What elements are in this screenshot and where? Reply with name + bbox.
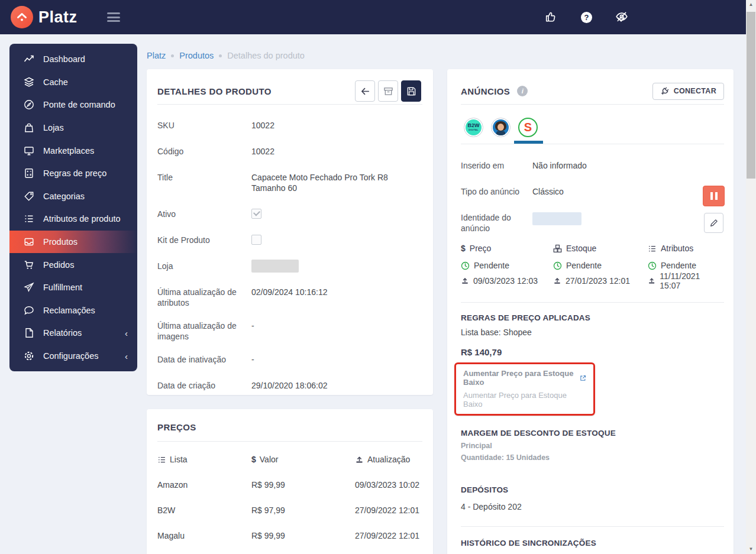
pause-button[interactable] [703, 186, 725, 206]
ativo-checkbox[interactable] [251, 209, 261, 219]
breadcrumb-produtos[interactable]: Produtos [179, 51, 214, 60]
breadcrumb-separator [219, 54, 222, 57]
codigo-value: 10022 [251, 146, 274, 157]
upload-icon [355, 455, 364, 464]
breadcrumb-current: Detalhes do produto [227, 51, 305, 60]
help-icon[interactable]: ? [581, 12, 592, 23]
list-icon [648, 244, 657, 253]
sidebar-item-fulfillment[interactable]: Fulfillment [9, 276, 137, 299]
price-update: 09/03/2023 10:02 [355, 480, 422, 490]
info-icon[interactable]: i [517, 86, 528, 96]
pencil-icon [709, 218, 719, 228]
identidade-redacted-value [532, 212, 581, 225]
arrow-left-icon [360, 86, 370, 96]
rule-link[interactable]: Aumentar Preço para Estoque Baixo [463, 369, 586, 387]
save-button[interactable] [401, 80, 421, 102]
sidebar-item-reclamacoes[interactable]: Reclamações [9, 299, 137, 322]
sku-value: 10022 [251, 120, 274, 131]
sidebar-item-cache[interactable]: Cache [9, 71, 137, 94]
page-scrollbar[interactable]: ▲ ▼ [746, 0, 756, 554]
comment-icon [24, 305, 34, 316]
boxes-icon [553, 244, 562, 253]
sidebar-item-configuracoes[interactable]: Configurações‹ [9, 345, 137, 368]
ativo-label: Ativo [157, 209, 251, 219]
sidebar-item-ponte-de-comando[interactable]: Ponte de comando [9, 93, 137, 116]
price-row: B2WR$ 97,9927/09/2022 12:01 [157, 506, 422, 515]
platz-logo-icon [11, 6, 33, 28]
menu-icon[interactable] [107, 12, 120, 22]
breadcrumb-home[interactable]: Platz [147, 51, 166, 60]
thumbs-up-icon[interactable] [545, 10, 558, 25]
sku-label: SKU [157, 120, 251, 131]
prices-table: Lista $Valor Atualização AmazonR$ 99,990… [147, 455, 433, 554]
plug-icon [660, 86, 670, 96]
sidebar-item-label: Reclamações [43, 306, 95, 315]
tab-b2w[interactable]: B2WDIGITAL [464, 118, 483, 137]
top-navbar: Platz ? [0, 0, 747, 34]
title-label: Title [157, 172, 251, 193]
inactivation-value: - [251, 354, 254, 365]
edit-identity-button[interactable] [704, 213, 723, 233]
sidebar-item-regras-de-preco[interactable]: Regras de preço [9, 162, 137, 185]
rule-annotation-box: Aumentar Preço para Estoque Baixo Aument… [454, 362, 595, 416]
layers-icon [24, 77, 34, 88]
conectar-button[interactable]: CONECTAR [652, 83, 724, 100]
prices-card-title: PREÇOS [157, 422, 196, 432]
status-preco: $Preço Pendente 09/03/2023 12:03 [461, 242, 553, 287]
compass-icon [24, 99, 34, 110]
sidebar-item-label: Ponte de comando [43, 100, 115, 109]
column-header-atualizacao: Atualização [355, 455, 422, 464]
rule-sub: Aumentar Preço para Estoque Baixo [463, 391, 586, 409]
sidebar-item-label: Produtos [43, 237, 77, 247]
price-list: Amazon [157, 480, 251, 490]
sidebar-item-atributos-de-produto[interactable]: Atributos de produto [9, 208, 137, 231]
tipo-label: Tipo do anúncio [461, 186, 532, 197]
sidebar-item-marketplaces[interactable]: Marketplaces [9, 139, 137, 162]
attr-update-value: 02/09/2024 10:16:12 [251, 287, 327, 308]
scrollbar-thumb[interactable] [747, 12, 755, 179]
sidebar-item-categorias[interactable]: Categorias [9, 185, 137, 208]
creation-value: 29/10/2020 18:06:02 [251, 380, 327, 391]
back-button[interactable] [355, 80, 375, 102]
scroll-up-icon[interactable]: ▲ [746, 0, 756, 9]
plane-icon [24, 282, 34, 293]
depositos-title: DEPÓSITOS [461, 485, 720, 494]
sidebar-item-relatorios[interactable]: Relatórios‹ [9, 322, 137, 345]
kit-checkbox[interactable] [251, 235, 261, 245]
tab-magalu[interactable] [491, 118, 511, 137]
price-row: MagaluR$ 99,9927/09/2022 12:01 [157, 531, 422, 540]
title-value: Capacete Moto Fechado Pro Tork R8 Tamanh… [251, 172, 422, 193]
margem-title: MARGEM DE DESCONTO DE ESTOQUE [461, 429, 720, 438]
magalu-avatar [493, 119, 509, 135]
sidebar-item-pedidos[interactable]: Pedidos [9, 253, 137, 276]
column-header-lista: Lista [157, 455, 251, 464]
price-update: 27/09/2022 12:01 [355, 531, 422, 540]
scroll-down-icon[interactable]: ▼ [746, 545, 756, 554]
brand-logo[interactable]: Platz [11, 6, 77, 28]
anuncios-card: ANÚNCIOS i CONECTAR B2WDIGITAL S Inserid… [447, 69, 734, 554]
sidebar-item-produtos[interactable]: Produtos [9, 231, 137, 254]
cart-icon [24, 260, 34, 270]
tipo-value: Clássico [532, 186, 564, 197]
img-update-value: - [251, 320, 254, 342]
sidebar-item-dashboard[interactable]: Dashboard [9, 48, 137, 71]
regras-title: REGRAS DE PREÇO APLICADAS [461, 313, 720, 322]
archive-button[interactable] [378, 80, 398, 102]
tab-shopee[interactable]: S [518, 118, 538, 137]
chevron-left-icon: ‹ [125, 351, 128, 361]
sidebar-item-label: Categorias [43, 192, 85, 201]
monitor-icon [24, 145, 34, 156]
historico-title: HISTÓRICO DE SINCRONIZAÇÕES [461, 539, 720, 547]
lista-base: Lista base: Shopee [461, 328, 720, 337]
shopee-logo: S [524, 121, 532, 134]
status-atributos: Atributos Pendente 11/11/2021 15:07 [648, 242, 720, 287]
upload-icon [461, 277, 469, 285]
product-details-card: DETALHES DO PRODUTO SKU10022 Código10022… [147, 69, 433, 395]
chevron-left-icon: ‹ [125, 328, 128, 338]
user-menu-chevron-down-icon[interactable] [617, 15, 625, 24]
dollar-icon: $ [251, 455, 256, 464]
sidebar-item-lojas[interactable]: Lojas [9, 116, 137, 140]
b2w-logo: B2WDIGITAL [466, 119, 482, 135]
clock-icon [553, 261, 562, 270]
gear-icon [24, 351, 34, 361]
